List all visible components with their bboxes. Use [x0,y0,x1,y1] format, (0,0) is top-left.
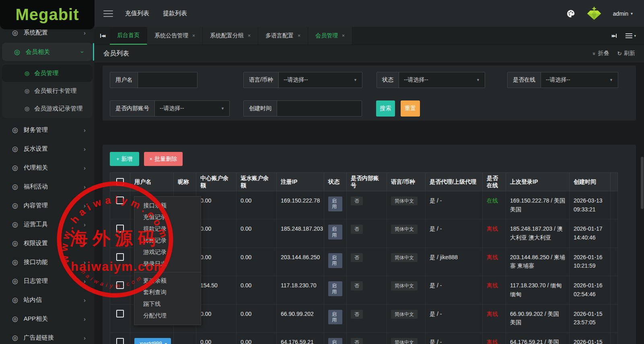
sidebar-submenu-item[interactable]: ◎ 会员管理 [2,64,93,82]
cell-created-time: 2026-01-16 10:21:59 [570,248,611,276]
context-menu-item[interactable]: 充值记录 [134,211,201,223]
sidebar-submenu: ◎ 会员管理 ◎ 会员银行卡管理 ◎ 会员游戏记录管理 [2,63,93,118]
skip-forward-icon[interactable]: ▶▶ [612,34,617,38]
sidebar-item-label: 财务管理 [24,126,48,134]
sidebar-item-label: 福利活动 [24,183,48,190]
tab[interactable]: 会员管理 × [308,27,352,45]
row-checkbox[interactable] [116,197,124,204]
context-menu-item[interactable]: 套利查询 [134,287,201,298]
cell-created-time: 2026-03-13 09:33:21 [570,191,611,219]
sidebar-item[interactable]: ◎ 内容管理 › [0,196,95,215]
is-online-select[interactable]: --请选择-- ▼ [541,72,618,88]
sidebar-item-label: 内容管理 [24,202,48,209]
cell-created-time: 2026-01-17 14:40:46 [570,219,611,248]
search-button[interactable]: 搜索 [376,100,395,117]
sidebar-submenu-item[interactable]: ◎ 会员银行卡管理 [2,82,93,100]
topbar-nav-item[interactable]: 充值列表 [125,10,149,17]
sidebar-item[interactable]: ◎ 广告超链接 › [0,328,95,344]
tab-close-icon[interactable]: × [342,33,345,39]
context-menu-item[interactable]: 游戏记录 [134,246,201,258]
sidebar-item[interactable]: ◎ 福利活动 › [0,177,95,196]
context-menu-item[interactable]: 接口余额 [134,200,201,211]
tab-close-icon[interactable]: × [298,33,300,39]
tab[interactable]: 系统配置分组 × [203,27,258,45]
tab[interactable]: 后台首页 × [110,27,147,45]
cell-checkbox [110,304,130,332]
context-menu-item[interactable]: 转账记录 [134,235,201,246]
topbar-nav-item[interactable]: 提款列表 [163,10,187,17]
cell-center-balance: 0.00 [196,248,237,276]
cell-language: 简体中文 [387,332,426,344]
chevron-right-icon: › [84,240,86,247]
context-menu-item[interactable]: 踢下线 [134,298,201,310]
sidebar-item[interactable]: ◎ 财务管理 › [0,121,95,139]
search-panel: 用户名 语言/币种 --请选择-- ▼ 状态 --请选择-- ▼ [103,66,636,121]
internal-badge: 否 [351,253,363,262]
gem-avatar-icon[interactable] [586,6,603,22]
sidebar-item[interactable]: ◎ 反水设置 › [0,139,95,158]
context-menu-item[interactable]: 提款记录 [134,223,201,235]
select-all-checkbox[interactable] [116,178,124,186]
cell-status: 启用 [324,191,347,219]
status-select[interactable]: --请选择-- ▼ [399,72,485,88]
tab-menu-button[interactable]: ▾ [625,32,636,39]
page-scrollbar-thumb[interactable] [641,157,644,209]
row-checkbox[interactable] [116,281,124,289]
created-time-label: 创建时间 [244,101,277,116]
cell-internal: 否 [347,276,387,304]
context-menu-item[interactable]: 更改余额 [134,275,201,287]
tab-label: 系统公告管理 [154,32,188,39]
add-button[interactable]: +新增 [110,152,139,166]
sidebar-scrollbar-thumb[interactable] [93,43,94,61]
sidebar-item[interactable]: ◎ 运营工具 › [0,215,95,234]
hamburger-icon[interactable] [103,8,113,19]
cell-checkbox [110,276,130,304]
sidebar-group-member[interactable]: ◎ 会员相关 › [2,43,93,61]
row-checkbox[interactable] [116,310,124,317]
sidebar-item-label: 日志管理 [24,277,48,285]
batch-delete-button[interactable]: ×批量删除 [144,152,183,166]
sidebar-item-label: 站内信 [24,296,42,304]
cell-status: 启用 [324,219,347,248]
created-time-input[interactable] [277,101,362,116]
sidebar-item[interactable]: ◎ APP相关 › [0,309,95,328]
cell-agent: 是 / - [426,191,483,219]
language-currency-select[interactable]: --请选择-- ▼ [279,72,362,88]
chevron-right-icon: › [84,278,86,285]
username-label: 用户名 [110,72,138,88]
header-cell: 创建时间 [570,173,611,191]
select-caret-icon: ▼ [221,106,224,111]
row-checkbox[interactable] [116,225,124,232]
sidebar-item[interactable]: ◎ 站内信 › [0,291,95,309]
page-header: 会员列表 » 折叠 ↻ 刷新 [95,45,644,62]
context-menu-item[interactable]: 登录日志 [134,258,201,270]
tab[interactable]: 系统公告管理 × [147,27,203,45]
caret-down-icon: ▾ [631,11,633,16]
user-menu[interactable]: admin ▾ [613,10,633,17]
row-checkbox[interactable] [116,338,124,344]
sidebar-submenu-item[interactable]: ◎ 会员游戏记录管理 [2,100,93,117]
sidebar-item[interactable]: ◎ 日志管理 › [0,272,95,291]
tab[interactable]: 多语言配置 × [258,27,308,45]
refresh-icon: ↻ [617,50,622,57]
sidebar-item[interactable]: ◎ 权限设置 › [0,234,95,253]
scroll-tabs-left-button[interactable]: ◀◀ [95,27,110,45]
is-internal-select[interactable]: --请选择-- ▼ [155,101,229,116]
tab-label: 会员管理 [315,32,338,39]
row-checkbox[interactable] [116,253,124,261]
circle-icon: ◎ [25,88,29,94]
sidebar-item[interactable]: ◎ 代理相关 › [0,158,95,177]
logo[interactable]: Megabit [0,0,95,29]
collapse-button[interactable]: » 折叠 [593,50,609,57]
tab-close-icon[interactable]: × [192,33,195,39]
tab-close-icon[interactable]: × [248,33,251,39]
context-menu-item[interactable]: 分配代理 [134,310,201,321]
chevron-right-icon: › [84,202,86,209]
language-badge: 简体中文 [391,338,418,344]
username-input[interactable] [138,72,198,88]
palette-icon[interactable] [566,9,575,18]
refresh-button[interactable]: ↻ 刷新 [617,50,635,57]
username-dropdown-button[interactable]: xyydd999 [134,338,171,344]
reset-button[interactable]: 重置 [401,100,420,117]
sidebar-item[interactable]: ◎ 接口功能 › [0,253,95,272]
